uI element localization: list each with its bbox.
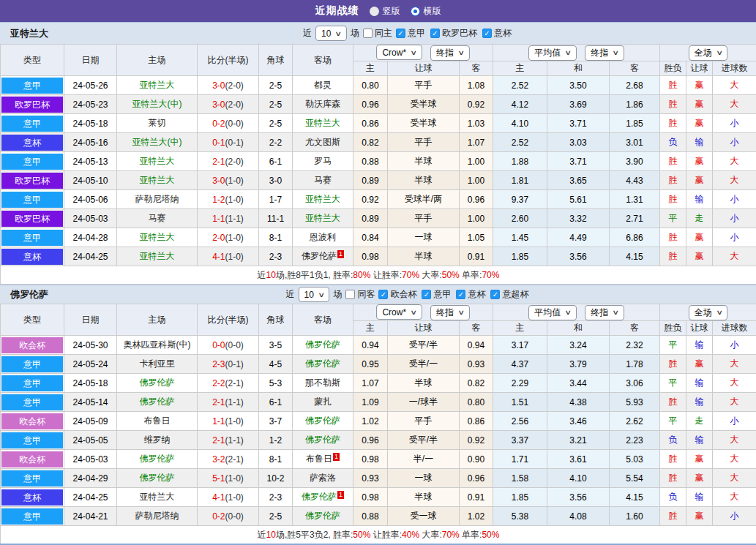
- result-handicap: 赢: [686, 95, 713, 114]
- home-team-name[interactable]: 佛罗伦萨: [140, 473, 175, 483]
- match-count-dropdown[interactable]: 10 ∨: [315, 26, 347, 41]
- home-team-name[interactable]: 萨勒尼塔纳: [135, 511, 179, 521]
- odds-time-dropdown[interactable]: 终指∨: [430, 45, 470, 61]
- away-team-name[interactable]: 佛罗伦萨: [305, 358, 340, 369]
- home-team-name[interactable]: 佛罗伦萨: [140, 396, 175, 407]
- avg-home: 1.88: [493, 152, 547, 171]
- result-wdl: 胜: [660, 507, 686, 526]
- league-filter[interactable]: 意甲: [396, 27, 425, 40]
- odds-away: 0.94: [460, 336, 493, 355]
- home-team-name[interactable]: 亚特兰大(中): [132, 99, 182, 109]
- away-team-name[interactable]: 亚特兰大: [305, 213, 340, 223]
- corner-count: 2-5: [259, 76, 293, 95]
- same-venue-filter[interactable]: 同客: [345, 288, 375, 301]
- away-team-name[interactable]: 佛罗伦萨: [305, 416, 340, 426]
- home-team-name[interactable]: 莱切: [149, 118, 166, 128]
- odds-away: 1.00: [460, 209, 493, 228]
- avg-away: 3.06: [610, 374, 660, 393]
- home-team-name[interactable]: 佛罗伦萨: [140, 454, 175, 464]
- result-goals: 大: [713, 374, 756, 393]
- away-team-name[interactable]: 蒙扎: [314, 396, 332, 407]
- radio-unselected-icon[interactable]: [370, 7, 379, 16]
- home-team-name[interactable]: 亚特兰大: [140, 175, 175, 185]
- checkbox-checked-icon[interactable]: [396, 29, 405, 38]
- league-filter[interactable]: 意杯: [456, 288, 485, 301]
- home-team-name[interactable]: 维罗纳: [144, 435, 171, 445]
- result-goals: 大: [713, 488, 756, 507]
- matches-table-atalanta: 类型 日期 主场 比分(半场) 角球 客场 Crow*∨ 终指∨ 平均值∨ 终指…: [0, 44, 756, 285]
- away-team-name[interactable]: 亚特兰大: [305, 118, 340, 128]
- home-team-name[interactable]: 亚特兰大: [140, 251, 175, 261]
- home-team-name[interactable]: 萨勒尼塔纳: [135, 194, 179, 204]
- home-team-name[interactable]: 亚特兰大: [140, 232, 175, 242]
- summary-segment: 让胜率:: [370, 270, 402, 280]
- checkbox-checked-icon[interactable]: [422, 290, 431, 299]
- away-team-name[interactable]: 佛罗伦萨: [305, 435, 340, 445]
- checkbox-checked-icon[interactable]: [482, 29, 492, 38]
- sub-header-avg-home: 主: [493, 321, 547, 336]
- checkbox-unchecked-icon[interactable]: [363, 29, 373, 38]
- summary-segment: 70%: [442, 530, 460, 540]
- odds-handicap: 受平/半: [388, 336, 460, 355]
- table-row: 意甲 24-05-26 亚特兰大 3-0(2-0) 2-5 都灵 0.80 平手…: [1, 76, 756, 95]
- away-team-name[interactable]: 都灵: [314, 80, 332, 90]
- bookmaker-dropdown[interactable]: Crow*∨: [376, 304, 422, 320]
- odds-time-dropdown[interactable]: 终指∨: [430, 305, 470, 320]
- checkbox-checked-icon[interactable]: [490, 290, 500, 299]
- away-team-name[interactable]: 萨索洛: [310, 473, 336, 483]
- home-team-name[interactable]: 亚特兰大: [140, 80, 175, 90]
- away-team-name[interactable]: 尤文图斯: [305, 137, 340, 147]
- home-team-name[interactable]: 佛罗伦萨: [140, 377, 175, 388]
- checkbox-checked-icon[interactable]: [430, 29, 440, 38]
- checkbox-unchecked-icon[interactable]: [345, 290, 355, 299]
- home-team-name[interactable]: 奥林匹亚科斯(中): [124, 339, 191, 350]
- league-filter[interactable]: 欧罗巴杯: [430, 27, 477, 40]
- match-count-dropdown[interactable]: 10 ∨: [299, 287, 330, 302]
- sub-header-avg-away: 客: [610, 61, 660, 76]
- league-filter[interactable]: 意甲: [422, 288, 451, 301]
- corner-count: 10-2: [259, 469, 293, 488]
- odds-away: 0.90: [460, 450, 493, 469]
- avg-home: 1.51: [493, 393, 547, 412]
- home-team-name[interactable]: 布鲁日: [144, 416, 171, 426]
- away-team-name[interactable]: 佛罗伦萨: [305, 339, 340, 350]
- league-filter[interactable]: 意超杯: [490, 288, 528, 301]
- away-team-name[interactable]: 亚特兰大: [305, 194, 340, 204]
- result-goals: 大: [713, 393, 756, 412]
- checkbox-checked-icon[interactable]: [456, 290, 465, 299]
- radio-selected-icon[interactable]: [411, 7, 420, 16]
- layout-radio-horizontal[interactable]: 横版: [411, 5, 441, 18]
- away-team-name[interactable]: 罗马: [314, 156, 332, 166]
- same-venue-filter[interactable]: 同主: [363, 27, 392, 40]
- league-filter[interactable]: 意杯: [482, 27, 512, 40]
- bookmaker-dropdown[interactable]: Crow*∨: [376, 45, 422, 60]
- home-team-name[interactable]: 卡利亚里: [140, 358, 175, 369]
- average-time-dropdown[interactable]: 终指∨: [585, 45, 624, 61]
- odds-away: 0.91: [460, 488, 493, 507]
- home-team-name[interactable]: 亚特兰大: [140, 156, 175, 166]
- away-team-name[interactable]: 马赛: [314, 175, 332, 185]
- scope-dropdown[interactable]: 全场∨: [689, 305, 728, 320]
- avg-away: 3.90: [610, 152, 660, 171]
- average-dropdown[interactable]: 平均值∨: [528, 45, 577, 61]
- odds-home: 0.96: [353, 431, 388, 450]
- away-team-name[interactable]: 佛罗伦萨: [302, 251, 337, 261]
- score-halftime: (0-0): [225, 340, 244, 350]
- away-team-name[interactable]: 佛罗伦萨: [302, 492, 337, 502]
- away-team-name[interactable]: 那不勒斯: [305, 377, 340, 388]
- checkbox-checked-icon[interactable]: [378, 290, 388, 299]
- home-team-name[interactable]: 马赛: [149, 213, 166, 223]
- layout-radio-vertical[interactable]: 竖版: [370, 5, 400, 18]
- col-header-score: 比分(半场): [198, 45, 259, 76]
- home-team-name[interactable]: 亚特兰大: [140, 492, 175, 502]
- away-team-name[interactable]: 勒沃库森: [305, 99, 340, 109]
- league-filter[interactable]: 欧会杯: [378, 288, 416, 301]
- away-team-name[interactable]: 布鲁日: [306, 454, 332, 464]
- home-team-name[interactable]: 亚特兰大(中): [132, 137, 182, 147]
- average-time-dropdown[interactable]: 终指∨: [585, 305, 624, 320]
- result-goals: 大: [713, 95, 756, 114]
- scope-dropdown[interactable]: 全场∨: [689, 45, 728, 61]
- average-dropdown[interactable]: 平均值∨: [528, 305, 577, 320]
- away-team-name[interactable]: 佛罗伦萨: [305, 511, 340, 521]
- away-team-name[interactable]: 恩波利: [310, 232, 336, 242]
